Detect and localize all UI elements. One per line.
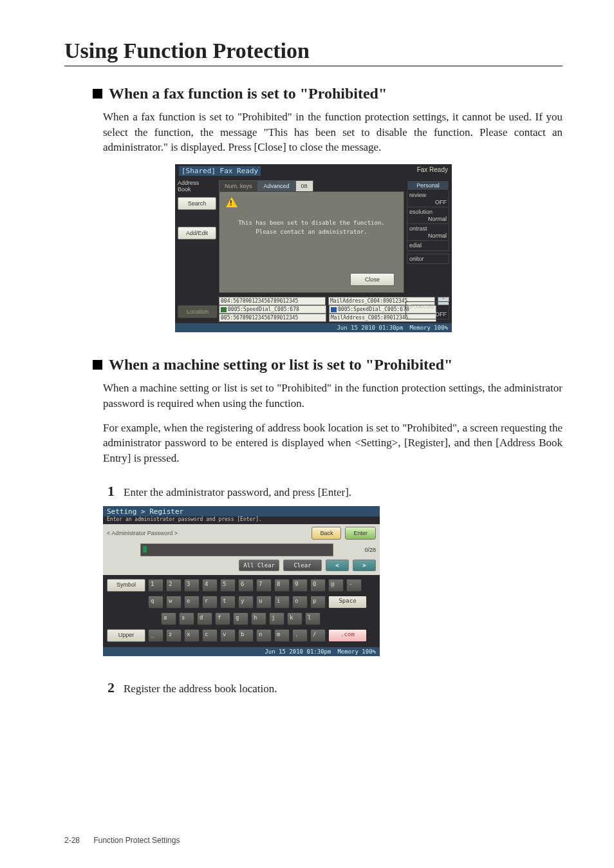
char-counter: 0/28 (337, 547, 376, 553)
h2-bullet-icon (93, 89, 102, 99)
section2-paragraph1: When a machine setting or list is set to… (103, 381, 563, 411)
key-3[interactable]: 3 (184, 579, 200, 592)
key-n[interactable]: n (256, 629, 272, 642)
space-button[interactable]: Space (328, 596, 367, 609)
key-q[interactable]: q (148, 596, 163, 609)
symbol-button[interactable]: Symbol (107, 579, 145, 592)
key-f[interactable]: f (215, 612, 230, 625)
r-redial-label: edial (409, 242, 447, 249)
screenshot-fax-prohibited: [Shared] Fax Ready Fax Ready Address Boo… (175, 164, 452, 332)
footer-page-number: 2-28 (64, 836, 80, 845)
admin-password-label: < Administrator Password > (107, 530, 308, 536)
password-input[interactable] (140, 543, 333, 556)
key-a[interactable]: a (161, 612, 176, 625)
title-rule (64, 66, 563, 66)
cursor-right-button[interactable]: > (353, 560, 376, 571)
h2-bullet-icon (93, 360, 102, 370)
ss2-breadcrumb: Setting > Register (103, 506, 380, 516)
tab-count[interactable]: 08 (295, 180, 313, 191)
tab-advanced[interactable]: Advanced (258, 180, 295, 191)
key-i[interactable]: i (274, 596, 290, 609)
page-title: Using Function Protection (64, 39, 563, 63)
key-c[interactable]: c (202, 629, 218, 642)
enter-button[interactable]: Enter (345, 527, 376, 540)
screenshot-admin-password: Setting > Register Enter an administrato… (103, 506, 380, 656)
ss1-window-title: [Shared] Fax Ready (179, 166, 261, 176)
search-button[interactable]: Search (178, 197, 216, 210)
key-e[interactable]: e (184, 596, 200, 609)
personal-chip[interactable]: Personal (407, 180, 449, 191)
dotcom-button[interactable]: .com (328, 629, 367, 642)
key-r[interactable]: r (202, 596, 218, 609)
step-number: 1 (103, 483, 115, 500)
key-2[interactable]: 2 (166, 579, 181, 592)
footer-section-title: Function Protect Settings (93, 836, 180, 845)
list-cell[interactable]: 004:567890123456789012345 (219, 297, 326, 305)
key-z[interactable]: z (166, 629, 181, 642)
location-button: Location (178, 305, 218, 318)
key-u[interactable]: u (256, 596, 272, 609)
key-slash[interactable]: / (310, 629, 326, 642)
section2-paragraph2: For example, when the registering of add… (103, 420, 563, 466)
key-b[interactable]: b (238, 629, 254, 642)
key-j[interactable]: j (269, 612, 284, 625)
broadcast-value: OFF (406, 311, 449, 319)
r-review-value: OFF (409, 199, 447, 205)
all-clear-button[interactable]: All Clear (239, 560, 279, 571)
key-dash[interactable]: - (346, 579, 362, 592)
prohibited-dialog: This has been set to disable the functio… (219, 191, 404, 293)
key-h[interactable]: h (251, 612, 266, 625)
key-o[interactable]: o (292, 596, 308, 609)
section2-heading: When a machine setting or list is set to… (109, 355, 452, 374)
r-resolution-label: esolution (409, 209, 447, 215)
ss2-memory: Memory 100% (337, 648, 376, 655)
key-w[interactable]: w (166, 596, 181, 609)
key-4[interactable]: 4 (202, 579, 218, 592)
key-1[interactable]: 1 (148, 579, 163, 592)
list-cell[interactable]: 005:567890123456789012345 (219, 314, 326, 322)
step-text: Enter the administrator password, and pr… (124, 486, 351, 499)
key-m[interactable]: m (274, 629, 290, 642)
list-cell[interactable]: 0005:SpeedDial_C005:678 (219, 305, 326, 314)
ss1-memory: Memory 100% (409, 325, 448, 331)
clear-button[interactable]: Clear (283, 560, 322, 571)
ss2-subtitle: Enter an administrator password and pres… (103, 516, 380, 524)
key-at[interactable]: @ (328, 579, 344, 592)
key-t[interactable]: t (220, 596, 236, 609)
key-x[interactable]: x (184, 629, 200, 642)
cursor-left-button[interactable]: < (326, 560, 349, 571)
r-monitor-label: onitor (409, 256, 447, 262)
key-k[interactable]: k (287, 612, 302, 625)
broadcast-label: Broadcast (406, 302, 449, 311)
key-7[interactable]: 7 (256, 579, 272, 592)
key-d[interactable]: d (197, 612, 212, 625)
key-6[interactable]: 6 (238, 579, 254, 592)
key-period[interactable]: . (292, 629, 308, 642)
key-8[interactable]: 8 (274, 579, 290, 592)
ss2-timestamp: Jun 15 2010 01:30pm (265, 648, 331, 655)
r-contrast-value: Normal (409, 232, 447, 239)
key-0[interactable]: 0 (310, 579, 326, 592)
add-edit-button[interactable]: Add/Edit (178, 227, 216, 240)
key-9[interactable]: 9 (292, 579, 308, 592)
r-review-label: review (409, 192, 447, 198)
upper-button[interactable]: Upper (107, 629, 145, 642)
step-text: Register the address book location. (124, 683, 277, 695)
key-5[interactable]: 5 (220, 579, 236, 592)
key-underscore[interactable]: _ (148, 629, 163, 642)
key-l[interactable]: l (305, 612, 321, 625)
ss1-fax-ready-chip: Fax Ready (417, 166, 448, 176)
key-s[interactable]: s (179, 612, 194, 625)
key-g[interactable]: g (233, 612, 248, 625)
back-button[interactable]: Back (312, 527, 341, 540)
section1-heading: When a fax function is set to "Prohibite… (109, 84, 387, 103)
tab-num-keys[interactable]: Num. keys (219, 180, 258, 191)
warning-icon (226, 197, 237, 207)
key-y[interactable]: y (238, 596, 254, 609)
ss1-timestamp: Jun 15 2010 01:30pm (337, 325, 403, 331)
key-v[interactable]: v (220, 629, 236, 642)
close-button[interactable]: Close (350, 273, 395, 286)
cursor-icon (143, 546, 147, 552)
key-p[interactable]: p (310, 596, 326, 609)
section1-paragraph: When a fax function is set to "Prohibite… (103, 109, 563, 155)
